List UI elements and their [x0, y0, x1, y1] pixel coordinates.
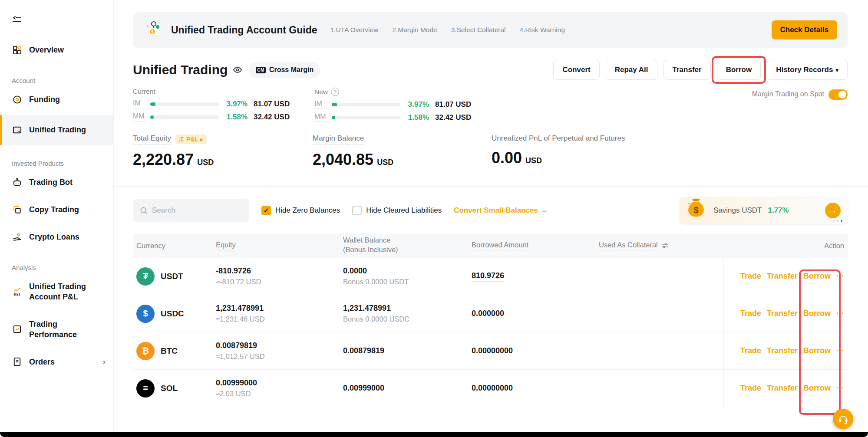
borrow-link[interactable]: Borrow: [803, 309, 831, 318]
wallet-balance-cell: 0.00999000: [343, 384, 472, 393]
trade-link[interactable]: Trade: [740, 272, 761, 281]
im-progress-bar: [332, 103, 400, 106]
borrow-button[interactable]: Borrow: [717, 60, 761, 80]
svg-text:$: $: [151, 30, 154, 34]
action-cell: Trade Transfer Borrow ···: [723, 295, 848, 332]
savings-label: Savings USDT: [713, 206, 762, 215]
support-headset-button[interactable]: [833, 409, 853, 429]
equity-cell: -810.9726 ≈-810.72 USD: [216, 266, 343, 286]
transfer-link[interactable]: Transfer: [767, 309, 798, 318]
btc-coin-icon: ₿: [136, 342, 155, 360]
more-actions-icon[interactable]: ···: [836, 384, 844, 393]
usdc-coin-icon: $: [136, 305, 155, 323]
performance-icon: [12, 324, 23, 335]
guide-step-4: 4.Risk Warning: [520, 26, 565, 34]
im-percent: 3.97%: [405, 100, 429, 109]
savings-go-button[interactable]: →: [825, 203, 841, 218]
col-wallet-balance: Wallet Balance (Bonus Inclusive): [343, 236, 472, 255]
transfer-link[interactable]: Transfer: [767, 384, 798, 393]
search-input[interactable]: [133, 199, 249, 222]
equity-cell: 1,231.478991 ≈1,231.46 USD: [216, 304, 343, 323]
new-label: New: [314, 88, 328, 96]
sidebar-item-crypto-loans[interactable]: Crypto Loans: [0, 225, 113, 249]
trade-link[interactable]: Trade: [740, 346, 761, 355]
guide-illustration-icon: $: [143, 19, 164, 41]
table-row-usdt: ₮ USDT -810.9726 ≈-810.72 USD 0.0000 Bon…: [133, 258, 848, 295]
sol-coin-icon: ≡: [136, 379, 155, 398]
sidebar-item-trading-bot[interactable]: Trading Bot: [0, 171, 113, 194]
sidebar-item-label: Unified Trading Account P&L: [29, 281, 104, 302]
mm-progress-bar: [332, 116, 400, 119]
guide-step-1: 1.UTA Overview: [330, 26, 379, 34]
history-records-label: History Records: [776, 66, 833, 74]
filter-sliders-icon[interactable]: [661, 242, 669, 250]
sidebar-item-label: Crypto Loans: [29, 232, 79, 242]
sidebar-item-orders[interactable]: Orders ›: [0, 350, 113, 374]
hide-cleared-liabilities-checkbox[interactable]: Hide Cleared Liabilities: [352, 206, 442, 215]
convert-button[interactable]: Convert: [553, 60, 599, 80]
currency-symbol: USDT: [161, 272, 183, 281]
copy-trading-icon: [12, 204, 23, 215]
sidebar-item-trading-performance[interactable]: Trading Performance: [0, 312, 113, 347]
savings-promo-card[interactable]: $ Savings USDT 1.77% →: [680, 197, 848, 224]
eye-icon[interactable]: [233, 65, 242, 75]
borrowed-amount-cell: 0.000000: [472, 309, 599, 318]
borrow-link[interactable]: Borrow: [803, 272, 831, 281]
sidebar-item-copy-trading[interactable]: Copy Trading: [0, 198, 113, 222]
borrow-link[interactable]: Borrow: [803, 384, 831, 393]
wallet-balance-cell: 0.0000 Bonus 0.0000 USDT: [343, 266, 472, 286]
sidebar-item-label: Trading Performance: [29, 319, 104, 340]
margin-mode-label: Cross Margin: [269, 66, 314, 74]
repay-all-button[interactable]: Repay All: [606, 60, 657, 80]
sidebar-item-unified-trading[interactable]: Unified Trading: [0, 115, 113, 145]
margin-current-group: Current IM 3.97% 81.07 USD MM 1.58% 32.4…: [133, 88, 314, 122]
total-equity-label: Total Equity: [133, 134, 171, 145]
mm-percent: 1.58%: [223, 113, 248, 122]
margin-new-group: New ? IM 3.97% 81.07 USD MM 1.58% 32.42 …: [314, 88, 496, 122]
check-details-button[interactable]: Check Details: [772, 20, 838, 39]
borrowed-amount-cell: 0.00000000: [472, 384, 599, 393]
spot-margin-label: Margin Trading on Spot: [752, 90, 824, 99]
mm-usd: 32.42 USD: [435, 113, 471, 122]
overview-icon: [12, 45, 23, 56]
transfer-link[interactable]: Transfer: [767, 346, 798, 355]
trade-link[interactable]: Trade: [740, 384, 761, 393]
currency-unit: USD: [197, 158, 214, 167]
guide-steps: 1.UTA Overview 2.Margin Mode 3.Select Co…: [330, 26, 565, 34]
im-label: IM: [133, 99, 146, 108]
mm-usd: 32.42 USD: [254, 113, 290, 122]
transfer-button[interactable]: Transfer: [663, 60, 711, 80]
action-cell: Trade Transfer Borrow ···: [723, 332, 848, 369]
mini-chart-icon: [179, 137, 185, 142]
checkbox-unchecked-icon[interactable]: [352, 206, 362, 215]
more-actions-icon[interactable]: ···: [836, 309, 844, 318]
sidebar-item-funding[interactable]: Funding: [0, 88, 113, 112]
transfer-link[interactable]: Transfer: [767, 272, 798, 281]
more-actions-icon[interactable]: ···: [836, 272, 844, 281]
action-cell: Trade Transfer Borrow ···: [723, 370, 848, 407]
col-equity: Equity: [216, 241, 343, 250]
sidebar-section-analysis: Analysis: [12, 264, 113, 271]
more-actions-icon[interactable]: ···: [836, 346, 844, 355]
margin-mode-badge[interactable]: CM Cross Margin: [249, 62, 320, 78]
borrow-link[interactable]: Borrow: [803, 346, 831, 355]
spot-margin-toggle[interactable]: [828, 89, 848, 100]
wallet-balance-cell: 0.00879819: [343, 346, 472, 355]
margin-balance-label: Margin Balance: [313, 134, 364, 145]
sidebar-item-overview[interactable]: Overview: [0, 38, 113, 62]
sidebar-item-uta-pnl[interactable]: Unified Trading Account P&L: [0, 275, 113, 309]
convert-small-balances-link[interactable]: Convert Small Balances →: [454, 206, 548, 215]
hide-zero-balances-checkbox[interactable]: ✓ Hide Zero Balances: [261, 206, 340, 215]
sidebar-collapse-icon[interactable]: [12, 15, 113, 27]
checkbox-checked-icon[interactable]: ✓: [261, 206, 271, 215]
question-icon[interactable]: ?: [331, 88, 339, 96]
trade-link[interactable]: Trade: [740, 309, 761, 318]
convert-small-balances-label: Convert Small Balances: [454, 206, 538, 215]
sidebar-item-label: Orders: [29, 357, 55, 367]
history-records-button[interactable]: History Records▾: [767, 60, 848, 80]
col-borrowed-amount: Borrowed Amount: [472, 241, 599, 250]
pnl-badge[interactable]: P&L ▸: [175, 135, 207, 144]
sidebar-item-label: Trading Bot: [29, 177, 73, 187]
margin-ratio-panel: Current IM 3.97% 81.07 USD MM 1.58% 32.4…: [133, 88, 848, 122]
svg-text:$: $: [693, 205, 699, 215]
